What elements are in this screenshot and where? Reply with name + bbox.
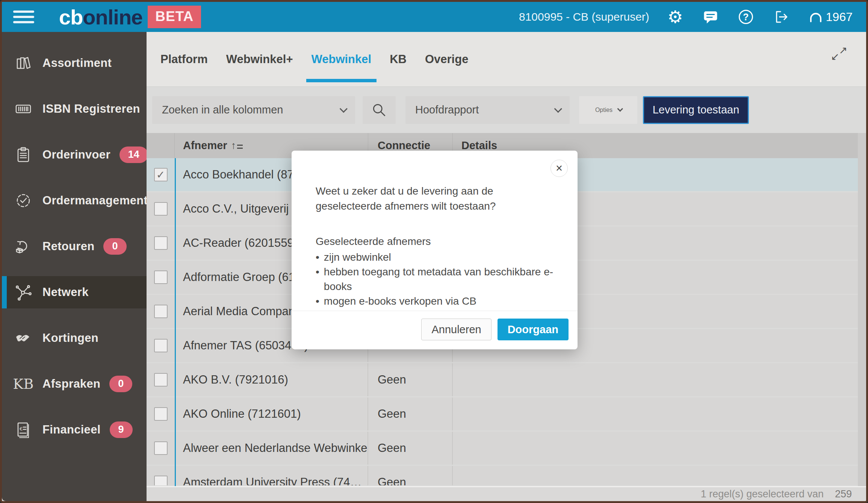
sidebar-item-ordermanagement[interactable]: Ordermanagement bbox=[2, 184, 147, 217]
vertical-scrollbar[interactable] bbox=[858, 133, 866, 486]
close-icon[interactable]: × bbox=[550, 160, 568, 177]
logout-icon[interactable] bbox=[773, 8, 790, 26]
invoice-icon: € bbox=[14, 420, 33, 439]
sidebar-item-label: Retouren bbox=[42, 240, 94, 253]
connectie-cell: Geen bbox=[368, 432, 453, 465]
details-cell bbox=[453, 397, 858, 430]
dialog-question: Weet u zeker dat u de levering aan de ge… bbox=[316, 184, 553, 214]
dialog-footer: Annuleren Doorgaan bbox=[292, 311, 578, 349]
chevron-down-icon bbox=[340, 105, 348, 113]
headset-icon bbox=[808, 9, 824, 25]
afnemer-cell: Amsterdam University Press (74… bbox=[175, 466, 368, 485]
sidebar-item-label: Ordermanagement bbox=[42, 194, 148, 207]
row-checkbox[interactable] bbox=[154, 202, 168, 216]
financieel-count-badge: 9 bbox=[110, 421, 133, 438]
network-icon bbox=[14, 283, 33, 302]
retouren-count-badge: 0 bbox=[103, 238, 126, 255]
connectie-cell: Geen bbox=[368, 466, 453, 485]
row-checkbox[interactable] bbox=[154, 305, 168, 318]
sidebar-item-afspraken[interactable]: KB Afspraken 0 bbox=[2, 368, 147, 400]
sidebar-item-label: ISBN Registreren bbox=[42, 102, 140, 116]
sidebar-item-netwerk[interactable]: Netwerk bbox=[2, 276, 147, 308]
afnemer-cell: AKO B.V. (7921016) bbox=[175, 363, 368, 396]
dialog-body: Weet u zeker dat u de levering aan de ge… bbox=[292, 151, 578, 308]
details-cell bbox=[453, 466, 858, 485]
row-checkbox[interactable] bbox=[154, 270, 168, 284]
messages-icon[interactable] bbox=[702, 8, 719, 26]
clipboard-icon bbox=[14, 145, 33, 164]
sidebar-item-financieel[interactable]: € Financieel 9 bbox=[2, 414, 147, 446]
tab-kb[interactable]: KB bbox=[390, 32, 407, 86]
beta-badge: BETA bbox=[148, 6, 201, 28]
kb-icon: KB bbox=[14, 375, 33, 393]
tab-webwinkel[interactable]: Webwinkel bbox=[312, 32, 372, 86]
support-headset[interactable]: 1967 bbox=[808, 9, 853, 25]
row-checkbox[interactable] bbox=[154, 407, 168, 421]
report-value: Hoofdrapport bbox=[415, 104, 479, 116]
options-dropdown-button[interactable]: Opties bbox=[579, 96, 637, 124]
cbonline-app: cbonline BETA 8100995 - CB (superuser) ⚙… bbox=[0, 0, 868, 503]
report-select[interactable]: Hoofdrapport bbox=[405, 96, 570, 124]
sidebar-item-label: Orderinvoer bbox=[42, 148, 110, 162]
tab-webwinkel-plus[interactable]: Webwinkel+ bbox=[226, 32, 293, 86]
sidebar: Assortiment ISBN Registreren Orderinvoer… bbox=[2, 32, 147, 501]
svg-text:€: € bbox=[20, 426, 23, 432]
settings-gear-icon[interactable]: ⚙ bbox=[667, 8, 684, 26]
confirm-button[interactable]: Doorgaan bbox=[498, 319, 569, 340]
sidebar-item-retouren[interactable]: Retouren 0 bbox=[2, 230, 147, 263]
search-scope-select[interactable]: Zoeken in alle kolommen bbox=[152, 96, 355, 124]
afnemer-cell: AKO Online (7121601) bbox=[175, 397, 368, 430]
help-icon[interactable]: ? bbox=[737, 8, 755, 26]
handshake-icon bbox=[14, 329, 33, 347]
clock-check-icon bbox=[14, 191, 33, 210]
dialog-bullet: hebben toegang tot metadata van beschikb… bbox=[316, 264, 553, 294]
dialog-subtitle: Geselecteerde afnemers bbox=[316, 234, 553, 249]
details-cell bbox=[453, 363, 858, 396]
table-row[interactable]: AKO Online (7121601) Geen bbox=[147, 397, 858, 430]
tab-platform[interactable]: Platform bbox=[160, 32, 208, 86]
levering-toestaan-button[interactable]: Levering toestaan bbox=[643, 96, 749, 124]
sidebar-item-label: Kortingen bbox=[42, 331, 98, 345]
user-account-label: 8100995 - CB (superuser) bbox=[519, 11, 649, 23]
sidebar-item-kortingen[interactable]: Kortingen bbox=[2, 322, 147, 354]
row-checkbox[interactable] bbox=[154, 476, 168, 485]
topbar-actions: ⚙ ? 1967 bbox=[667, 8, 853, 26]
table-row[interactable]: Alweer een Nederlandse Webwinkel Fa... G… bbox=[147, 432, 858, 465]
sidebar-item-label: Afspraken bbox=[42, 377, 100, 391]
table-row-partial[interactable]: Amsterdam University Press (74… Geen bbox=[147, 466, 858, 485]
row-checkbox[interactable] bbox=[154, 339, 168, 352]
expand-icon[interactable]: ↗↙ bbox=[831, 45, 847, 62]
dialog-bullet: mogen e-books verkopen via CB bbox=[316, 294, 553, 308]
status-bar: 1 regel(s) geselecteerd van 259 bbox=[147, 486, 866, 501]
afspraken-count-badge: 0 bbox=[109, 376, 132, 392]
header-select-column bbox=[147, 133, 175, 158]
sidebar-item-isbn-registreren[interactable]: ISBN Registreren bbox=[2, 93, 147, 125]
barcode-icon bbox=[14, 100, 33, 118]
menu-icon[interactable] bbox=[13, 9, 34, 24]
chevron-down-icon bbox=[617, 106, 623, 112]
search-button[interactable] bbox=[363, 96, 396, 124]
row-checkbox[interactable] bbox=[154, 236, 168, 250]
tab-bar: Platform Webwinkel+ Webwinkel KB Overige… bbox=[147, 32, 866, 87]
row-checkbox[interactable] bbox=[154, 168, 168, 181]
topbar: cbonline BETA 8100995 - CB (superuser) ⚙… bbox=[2, 2, 866, 32]
cancel-button[interactable]: Annuleren bbox=[421, 319, 491, 340]
sort-ascending-icon: ↑ bbox=[231, 140, 243, 151]
logo-cb: cb bbox=[59, 5, 83, 29]
sidebar-item-assortiment[interactable]: Assortiment bbox=[2, 47, 147, 79]
tab-overige[interactable]: Overige bbox=[425, 32, 468, 86]
dialog-bullet: zijn webwinkel bbox=[316, 250, 553, 264]
table-row[interactable]: AKO B.V. (7921016) Geen bbox=[147, 363, 858, 396]
search-scope-value: Zoeken in alle kolommen bbox=[162, 104, 283, 116]
sidebar-item-label: Financieel bbox=[42, 423, 101, 437]
options-label: Opties bbox=[595, 107, 612, 113]
row-checkbox[interactable] bbox=[154, 373, 168, 387]
sidebar-item-label: Assortiment bbox=[42, 56, 112, 70]
row-checkbox[interactable] bbox=[154, 441, 168, 455]
app-logo: cbonline BETA bbox=[59, 5, 201, 29]
search-icon bbox=[371, 102, 387, 118]
books-icon bbox=[14, 54, 33, 73]
orderinvoer-count-badge: 14 bbox=[119, 147, 148, 163]
afnemer-cell: Alweer een Nederlandse Webwinkel Fa... bbox=[175, 432, 368, 465]
sidebar-item-orderinvoer[interactable]: Orderinvoer 14 bbox=[2, 139, 147, 171]
